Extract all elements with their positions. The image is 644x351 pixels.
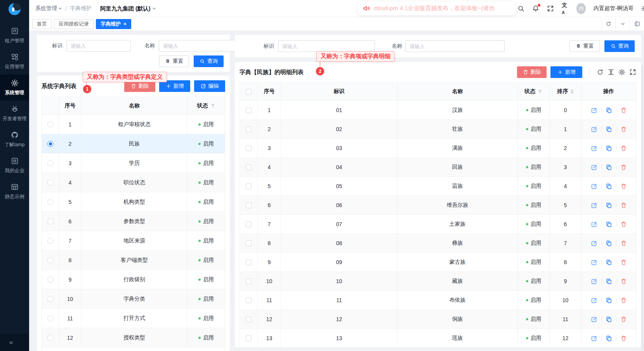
select-all-checkbox[interactable] — [246, 89, 252, 95]
row-edit-icon[interactable] — [591, 145, 597, 152]
table-row[interactable]: 5 05 苗族 启用 4 — [240, 177, 636, 196]
row-copy-icon[interactable] — [606, 240, 612, 247]
avatar[interactable]: 内 — [576, 3, 586, 14]
row-edit-icon[interactable] — [591, 202, 597, 209]
column-settings-gear-icon[interactable] — [618, 69, 625, 76]
table-row[interactable]: 11 11 布依族 启用 10 — [240, 291, 636, 310]
row-delete-icon[interactable] — [620, 278, 627, 285]
row-checkbox[interactable] — [246, 202, 252, 208]
row-delete-icon[interactable] — [620, 126, 627, 133]
table-refresh-icon[interactable] — [597, 69, 604, 76]
tab-menu-chevron-icon[interactable] — [615, 17, 630, 31]
row-copy-icon[interactable] — [606, 297, 612, 304]
row-delete-icon[interactable] — [620, 335, 627, 342]
dict-type-name-input[interactable] — [159, 40, 236, 52]
row-copy-icon[interactable] — [606, 126, 612, 133]
table-row[interactable]: 10 10 藏族 启用 9 — [240, 272, 636, 291]
row-checkbox[interactable] — [246, 297, 252, 303]
table-row[interactable]: 9 09 蒙古族 启用 8 — [240, 253, 636, 272]
edit-button[interactable]: 编辑 — [194, 80, 225, 92]
row-copy-icon[interactable] — [606, 259, 612, 266]
table-row[interactable]: 7 07 土家族 启用 6 — [240, 215, 636, 234]
sidebar-item-static[interactable]: 静态示例 — [0, 178, 29, 204]
row-radio[interactable] — [47, 335, 54, 341]
row-radio[interactable] — [47, 160, 54, 166]
row-edit-icon[interactable] — [591, 240, 597, 247]
row-edit-icon[interactable] — [591, 297, 597, 304]
filter-funnel-icon[interactable] — [210, 103, 215, 108]
query-button[interactable]: 查询 — [604, 40, 635, 52]
tab-close-icon[interactable] — [123, 21, 127, 27]
row-copy-icon[interactable] — [606, 145, 612, 152]
table-row[interactable]: 12 授权类型 启用 — [42, 328, 225, 348]
scrollbar[interactable] — [641, 65, 644, 351]
row-edit-icon[interactable] — [591, 335, 597, 342]
search-icon[interactable] — [517, 5, 524, 12]
tab-home[interactable]: 首页 — [32, 19, 52, 29]
row-edit-icon[interactable] — [591, 164, 597, 171]
table-fullscreen-icon[interactable] — [629, 69, 636, 76]
row-delete-icon[interactable] — [620, 316, 627, 323]
row-checkbox[interactable] — [246, 278, 252, 284]
query-button[interactable]: 查询 — [194, 55, 224, 67]
table-row[interactable]: 4 04 回族 启用 3 — [240, 158, 636, 177]
app-logo[interactable] — [0, 0, 29, 18]
row-radio[interactable] — [47, 238, 54, 244]
table-row[interactable]: 6 参数类型 启用 — [42, 212, 225, 231]
row-delete-icon[interactable] — [620, 221, 627, 228]
row-checkbox[interactable] — [246, 335, 252, 341]
table-row[interactable]: 3 学历 启用 — [42, 154, 225, 173]
row-edit-icon[interactable] — [591, 259, 597, 266]
dict-type-id-input[interactable] — [66, 40, 131, 52]
row-checkbox[interactable] — [246, 126, 252, 132]
row-checkbox[interactable] — [246, 145, 252, 151]
row-radio[interactable] — [47, 199, 54, 205]
row-copy-icon[interactable] — [606, 316, 612, 323]
row-radio[interactable] — [47, 121, 54, 128]
table-row[interactable]: 2 02 壮族 启用 1 — [240, 120, 636, 139]
row-edit-icon[interactable] — [591, 278, 597, 285]
row-checkbox[interactable] — [246, 259, 252, 265]
row-delete-icon[interactable] — [620, 297, 627, 304]
row-height-icon[interactable] — [608, 69, 614, 76]
dict-item-name-input[interactable] — [405, 40, 505, 52]
row-radio[interactable] — [47, 218, 54, 225]
notifications-bell-icon[interactable] — [532, 5, 539, 12]
sidebar-item-system[interactable]: 系统管理 — [0, 74, 29, 100]
table-row[interactable]: 5 机构类型 启用 — [42, 192, 225, 212]
table-row[interactable]: 10 字典分类 启用 — [42, 289, 225, 309]
table-row[interactable]: 6 06 维吾尔族 启用 5 — [240, 196, 636, 215]
row-delete-icon[interactable] — [620, 145, 627, 152]
table-row[interactable]: 13 13 瑶族 启用 12 — [240, 329, 636, 347]
row-radio[interactable] — [47, 141, 54, 147]
username[interactable]: 内置超管-啊汤哥 — [594, 5, 634, 12]
row-edit-icon[interactable] — [591, 126, 597, 133]
row-radio[interactable] — [47, 180, 54, 186]
table-row[interactable]: 12 12 侗族 启用 11 — [240, 310, 636, 329]
row-copy-icon[interactable] — [606, 335, 612, 342]
row-delete-icon[interactable] — [620, 164, 627, 171]
table-row[interactable]: 2 民族 启用 — [42, 134, 225, 154]
row-delete-icon[interactable] — [620, 202, 627, 209]
tab-app-auth-records[interactable]: 应用授权记录 — [54, 19, 94, 29]
settings-gear-icon[interactable] — [641, 5, 644, 12]
table-row[interactable]: 1 01 汉族 启用 0 — [240, 101, 636, 120]
row-delete-icon[interactable] — [620, 240, 627, 247]
table-row[interactable]: 7 地区来源 启用 — [42, 231, 225, 251]
table-row[interactable]: 8 08 彝族 启用 7 — [240, 234, 636, 253]
row-copy-icon[interactable] — [606, 164, 612, 171]
row-edit-icon[interactable] — [591, 107, 597, 114]
row-delete-icon[interactable] — [620, 107, 627, 114]
row-radio[interactable] — [47, 257, 54, 263]
dict-item-id-input[interactable] — [278, 40, 375, 52]
row-delete-icon[interactable] — [620, 259, 627, 266]
row-edit-icon[interactable] — [591, 183, 597, 190]
row-copy-icon[interactable] — [606, 278, 612, 285]
row-radio[interactable] — [47, 315, 54, 322]
row-delete-icon[interactable] — [620, 183, 627, 190]
sidebar-item-developer[interactable]: 开发者管理 — [0, 100, 29, 126]
reset-button[interactable]: 重置 — [159, 55, 189, 67]
row-edit-icon[interactable] — [591, 221, 597, 228]
row-checkbox[interactable] — [246, 240, 252, 246]
language-icon[interactable]: 文A — [562, 2, 569, 15]
